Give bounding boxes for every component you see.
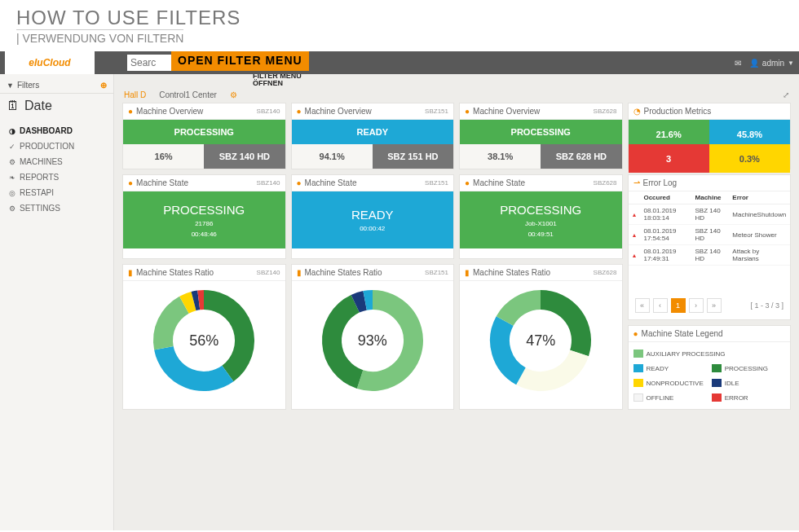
nav-label: DASHBOARD xyxy=(20,126,73,135)
mail-icon[interactable]: ✉ xyxy=(735,59,741,68)
state-sub: 21786 xyxy=(195,220,213,227)
table-row[interactable]: ▲08.01.2019 18:03:14SBZ 140 HDMachineShu… xyxy=(629,204,791,225)
card-tag: SBZ628 xyxy=(594,108,617,115)
card: ●Machine State LegendAUXILIARY PROCESSIN… xyxy=(628,325,792,410)
calendar-icon: 🗓 xyxy=(7,99,20,113)
card: ▮Machine States RatioSBZ15193% xyxy=(291,264,455,411)
card-icon: ▮ xyxy=(297,268,302,277)
card-header: ●Machine StateSBZ151 xyxy=(292,175,454,191)
card: ▮Machine States RatioSBZ62847% xyxy=(459,264,623,411)
card-title: Machine State xyxy=(136,178,188,187)
metric-value: 3 xyxy=(629,144,709,173)
card-header: ●Machine State Legend xyxy=(629,326,791,342)
card-tag: SBZ140 xyxy=(257,269,280,276)
user-icon: 👤 xyxy=(749,59,759,68)
pager-page[interactable]: 1 xyxy=(671,298,686,313)
nav-label: SETTINGS xyxy=(20,204,60,213)
pager-prev[interactable]: ‹ xyxy=(653,298,668,313)
card-title: Machine State Legend xyxy=(642,329,723,338)
pager-info: [ 1 - 3 / 3 ] xyxy=(750,301,784,310)
card-tag: SBZ151 xyxy=(425,108,448,115)
cell-error: Meteor Shower xyxy=(729,225,790,245)
nav-icon: ◎ xyxy=(8,189,16,197)
main-content: FILTER MENÜÖFFNEN Hall D Control1 Center… xyxy=(114,74,799,530)
card-icon: ● xyxy=(128,107,133,116)
topbar: eluCloud OPEN FILTER MENU ✉ 👤 admin ▼ xyxy=(0,51,799,74)
card: ●Machine OverviewSBZ151READY94.1%SBZ 151… xyxy=(291,103,455,169)
legend-swatch xyxy=(633,379,643,387)
card-icon: ⇀ xyxy=(633,178,640,187)
metric-value: 0.3% xyxy=(709,144,790,173)
legend-swatch xyxy=(712,394,722,402)
nav-icon: ❧ xyxy=(8,174,16,182)
legend-label: ERROR xyxy=(725,394,748,402)
warning-icon: ▲ xyxy=(632,232,638,238)
card-header: ●Machine OverviewSBZ140 xyxy=(123,103,285,120)
cell-machine: SBZ 140 HD xyxy=(692,225,730,245)
table-header: Machine xyxy=(692,191,730,204)
donut-center-label: 47% xyxy=(526,332,555,349)
pager-first[interactable]: « xyxy=(635,298,650,313)
sidebar-item-machines[interactable]: ⚙MACHINES xyxy=(0,154,113,169)
card: ●Machine StateSBZ628PROCESSINGJob-X10010… xyxy=(459,174,623,259)
card-icon: ● xyxy=(128,178,133,187)
card-tag: SBZ140 xyxy=(257,108,280,115)
breadcrumb-item[interactable]: Control1 Center xyxy=(159,90,217,99)
add-filter-icon[interactable]: ⊕ xyxy=(100,81,107,90)
breadcrumb-item[interactable]: Hall D xyxy=(124,90,146,99)
nav-label: RESTAPI xyxy=(20,188,54,197)
card: ●Machine StateSBZ140PROCESSING2178600:48… xyxy=(122,174,286,259)
search-input[interactable] xyxy=(127,55,176,71)
table-row[interactable]: ▲08.01.2019 17:49:31SBZ 140 HDAttack by … xyxy=(629,245,791,266)
card-header: ▮Machine States RatioSBZ151 xyxy=(292,265,454,281)
sidebar-item-settings[interactable]: ⚙SETTINGS xyxy=(0,200,113,216)
pager-next[interactable]: › xyxy=(689,298,704,313)
legend-label: AUXILIARY PROCESSING xyxy=(647,350,726,358)
sidebar-item-reports[interactable]: ❧REPORTS xyxy=(0,169,113,185)
card-header: ●Machine StateSBZ628 xyxy=(460,175,622,191)
date-filter[interactable]: 🗓 Date xyxy=(0,94,113,118)
pager-last[interactable]: » xyxy=(707,298,722,313)
donut-chart: 93% xyxy=(292,281,454,400)
filters-label: Filters xyxy=(17,81,39,90)
warning-icon: ▲ xyxy=(632,253,638,258)
expand-icon[interactable]: ⤢ xyxy=(783,90,789,99)
percent-value: 16% xyxy=(123,144,204,169)
annotation-subtitle: FILTER MENÜÖFFNEN xyxy=(114,74,799,87)
chevron-down-icon: ▼ xyxy=(788,59,794,67)
card: ●Machine OverviewSBZ140PROCESSING16%SBZ … xyxy=(122,103,286,169)
table-header: Error xyxy=(729,191,790,204)
nav-label: PRODUCTION xyxy=(20,142,74,151)
pager: «‹1›»[ 1 - 3 / 3 ] xyxy=(629,266,791,319)
card-header: ▮Machine States RatioSBZ628 xyxy=(460,265,622,281)
table-row[interactable]: ▲08.01.2019 17:54:54SBZ 140 HDMeteor Sho… xyxy=(629,225,791,245)
card: ◔Production Metrics21.6%45.8%30.3% xyxy=(628,103,792,169)
sidebar-item-production[interactable]: ✓PRODUCTION xyxy=(0,138,113,154)
state-label: PROCESSING xyxy=(500,203,581,217)
filters-toggle[interactable]: ▼Filters ⊕ xyxy=(0,77,113,94)
legend-item: NONPRODUCTIVE xyxy=(633,376,707,389)
sidebar-item-dashboard[interactable]: ◑DASHBOARD xyxy=(0,123,113,138)
nav-icon: ⚙ xyxy=(8,158,16,166)
state-sub: Job-X1001 xyxy=(525,220,557,227)
card-tag: SBZ628 xyxy=(594,179,617,187)
gear-icon[interactable]: ⚙ xyxy=(230,90,237,99)
card-icon: ◔ xyxy=(633,107,641,116)
cell-machine: SBZ 140 HD xyxy=(692,204,730,225)
user-menu[interactable]: 👤 admin ▼ xyxy=(749,59,794,68)
card-title: Production Metrics xyxy=(644,107,712,116)
card-tag: SBZ140 xyxy=(257,179,280,187)
legend-swatch xyxy=(712,379,722,387)
sidebar-nav: ◑DASHBOARD✓PRODUCTION⚙MACHINES❧REPORTS◎R… xyxy=(0,118,113,221)
state-duration: 00:48:46 xyxy=(192,231,217,238)
model-badge: SBZ 628 HD xyxy=(541,144,621,169)
error-table: OccuredMachineError▲08.01.2019 18:03:14S… xyxy=(629,191,791,266)
card-icon: ● xyxy=(465,178,470,187)
card-header: ▮Machine States RatioSBZ140 xyxy=(123,265,285,281)
card-header: ●Machine OverviewSBZ151 xyxy=(292,103,454,120)
user-name: admin xyxy=(762,59,784,68)
sidebar-item-restapi[interactable]: ◎RESTAPI xyxy=(0,185,113,200)
legend-item: IDLE xyxy=(712,376,785,389)
cell-machine: SBZ 140 HD xyxy=(692,245,730,266)
nav-label: MACHINES xyxy=(20,157,63,166)
